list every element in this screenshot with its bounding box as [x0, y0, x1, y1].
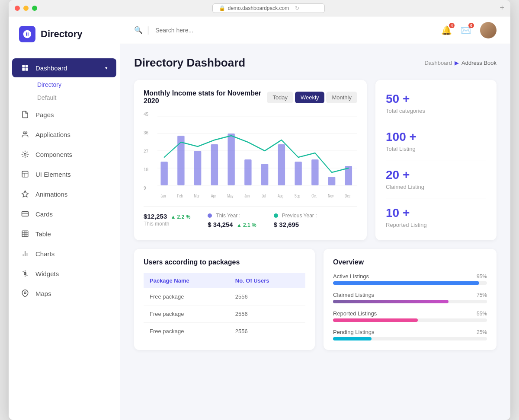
chart-tab-today[interactable]: Today	[267, 92, 293, 103]
stats-panel: 50 + Total categories 100 + Total Listin…	[375, 80, 497, 240]
notification-badge: 4	[449, 23, 455, 28]
this-month-value: $12,253 ▲ 2.2 %	[144, 213, 190, 220]
dashboard-sub-menu: Directory Default	[9, 78, 120, 104]
progress-reported-label-row: Reported Listings 55%	[333, 310, 487, 317]
svg-rect-29	[278, 144, 285, 185]
svg-rect-3	[26, 68, 28, 71]
svg-rect-22	[160, 162, 167, 185]
svg-text:Oct: Oct	[311, 194, 317, 198]
user-avatar[interactable]	[480, 22, 497, 38]
sidebar-item-maps[interactable]: Maps	[12, 284, 116, 303]
y-label-9: 9	[144, 186, 148, 191]
progress-active-bg	[333, 281, 487, 285]
logo-svg	[22, 29, 32, 39]
sidebar-item-ui-elements[interactable]: UI Elements	[12, 165, 116, 184]
svg-rect-0	[22, 65, 25, 67]
sidebar-item-animations-label: Animations	[35, 191, 67, 198]
y-axis: 9 18 27 36 45	[144, 112, 148, 191]
maps-icon	[21, 289, 29, 298]
progress-pending-bg	[333, 337, 487, 340]
svg-rect-25	[211, 144, 218, 185]
chevron-down-icon: ▾	[105, 65, 108, 71]
sidebar-item-table[interactable]: Table	[12, 224, 116, 243]
message-badge: 0	[468, 23, 474, 28]
chart-tab-weekly[interactable]: Weekly	[295, 92, 324, 103]
package-users-1: 2556	[229, 305, 305, 323]
sidebar-item-applications[interactable]: Applications	[12, 125, 116, 144]
progress-active-pct: 95%	[477, 274, 487, 280]
packages-table: Package Name No. Of Users Free package 2…	[144, 273, 305, 340]
widgets-icon	[21, 269, 29, 278]
sidebar-item-widgets[interactable]: Widgets	[12, 264, 116, 283]
y-label-36: 36	[144, 130, 148, 135]
notification-button[interactable]: 🔔 4	[441, 25, 452, 35]
stat-label-0: Total categories	[386, 108, 486, 114]
stat-label-3: Reported Listing	[386, 222, 486, 228]
svg-rect-28	[261, 164, 268, 185]
minimize-dot[interactable]	[23, 6, 29, 11]
package-name-1: Free package	[144, 305, 229, 323]
sidebar-item-charts[interactable]: Charts	[12, 244, 116, 263]
refresh-icon[interactable]: ↻	[295, 5, 299, 11]
app-window: 🔒 demo.dashboardpack.com ↻ + Directory	[9, 0, 510, 420]
sidebar-item-widgets-label: Widgets	[35, 270, 59, 277]
new-tab-button[interactable]: +	[500, 3, 504, 13]
titlebar: 🔒 demo.dashboardpack.com ↻ +	[9, 0, 510, 16]
bottom-row: Users according to packages Package Name…	[134, 249, 497, 350]
cards-icon	[21, 210, 29, 218]
close-dot[interactable]	[15, 6, 20, 11]
chart-title: Monthly Income stats for November 2020	[144, 89, 267, 105]
ui-elements-icon	[21, 170, 29, 178]
sidebar-sub-default[interactable]: Default	[32, 91, 120, 104]
sidebar-item-components-label: Components	[35, 151, 72, 158]
sidebar-item-maps-label: Maps	[35, 290, 51, 297]
stats-row: Monthly Income stats for November 2020 T…	[134, 80, 497, 240]
overview-card: Overview Active Listings 95%	[324, 249, 497, 350]
animations-icon	[21, 190, 29, 198]
progress-claimed-fill	[333, 300, 449, 303]
svg-text:Dec: Dec	[345, 194, 351, 198]
url-text: demo.dashboardpack.com	[228, 5, 289, 11]
chart-svg: Jan Feb Mar Apr May Jun Jul Aug Sep Oct	[157, 112, 357, 203]
svg-rect-31	[311, 159, 318, 185]
logo-text: Directory	[41, 29, 83, 40]
sidebar-item-pages-label: Pages	[35, 111, 54, 118]
this-month-label: This month	[144, 221, 190, 227]
stat-label-1: Total Listing	[386, 146, 486, 152]
svg-text:Apr: Apr	[211, 194, 216, 198]
sidebar-item-cards[interactable]: Cards	[12, 204, 116, 223]
sidebar-item-dashboard[interactable]: Dashboard ▾	[12, 58, 116, 77]
search-input[interactable]	[155, 27, 242, 34]
packages-card: Users according to packages Package Name…	[134, 249, 315, 350]
progress-claimed: Claimed Listings 75%	[333, 292, 487, 303]
this-year-value: $ 34,254 ▲ 2.1 %	[208, 221, 256, 228]
prev-year-legend: Previous Year :	[274, 213, 317, 219]
sidebar-item-pages[interactable]: Pages	[12, 105, 116, 124]
packages-title: Users according to packages	[144, 258, 305, 266]
search-divider: |	[147, 25, 149, 35]
sidebar-item-animations[interactable]: Animations	[12, 185, 116, 204]
svg-text:Nov: Nov	[328, 194, 334, 198]
y-label-27: 27	[144, 149, 148, 154]
sidebar-item-applications-label: Applications	[35, 131, 70, 138]
this-year-dot	[208, 213, 212, 218]
svg-rect-27	[244, 159, 251, 185]
sidebar-item-cards-label: Cards	[35, 210, 53, 218]
chart-tab-monthly[interactable]: Monthly	[326, 92, 357, 103]
progress-active-label-row: Active Listings 95%	[333, 273, 487, 280]
sidebar-sub-directory[interactable]: Directory	[32, 78, 120, 91]
svg-rect-26	[227, 134, 234, 185]
maximize-dot[interactable]	[32, 6, 37, 11]
search-icon: 🔍	[134, 26, 143, 34]
message-button[interactable]: ✉️ 0	[461, 25, 471, 35]
sidebar-item-components[interactable]: Components	[12, 145, 116, 164]
components-icon	[21, 150, 29, 159]
page-title: Directory Dashboard	[134, 56, 245, 70]
url-bar[interactable]: 🔒 demo.dashboardpack.com ↻	[212, 3, 325, 13]
logo-area: Directory	[9, 16, 120, 52]
stat-label-2: Claimed Listing	[386, 184, 486, 190]
charts-icon	[21, 249, 29, 258]
svg-text:Jul: Jul	[262, 194, 266, 198]
chart-area: 9 18 27 36 45	[144, 112, 357, 203]
this-year-change: ▲ 2.1 %	[237, 222, 256, 228]
